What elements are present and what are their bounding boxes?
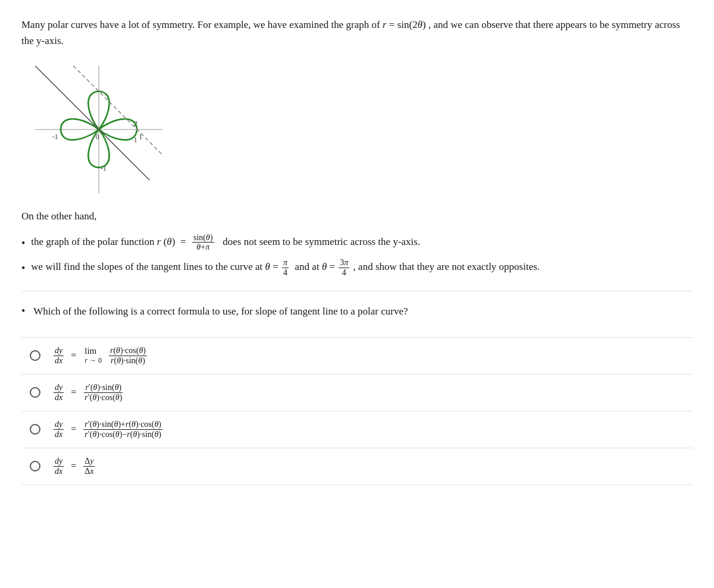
- dy-dx-3: dy dx: [54, 420, 64, 439]
- intro-equation: r = sin(2θ): [383, 19, 426, 30]
- lim-subscript: r → 0: [84, 356, 102, 365]
- svg-text:-1: -1: [52, 133, 58, 141]
- intro-paragraph: Many polar curves have a lot of symmetry…: [21, 17, 693, 49]
- sin-theta-fraction: sin(θ) θ+π: [192, 233, 214, 252]
- options-list: dy dx = lim r → 0 r(θ)·cos(θ) r(θ)·sin(θ…: [21, 337, 693, 485]
- option-item-1: dy dx = lim r → 0 r(θ)·cos(θ) r(θ)·sin(θ…: [21, 337, 693, 374]
- bullet-item-2: • we will find the slopes of the tangent…: [21, 258, 693, 278]
- option-4-formula: dy dx = Δy Δx: [52, 457, 96, 476]
- option-2-fraction: r′(θ)·sin(θ) r′(θ)·cos(θ): [83, 383, 123, 403]
- bullet-1-content: the graph of the polar function r (θ) = …: [31, 233, 420, 252]
- option-3-formula: dy dx = r′(θ)·sin(θ)+r(θ)·cos(θ) r′(θ)·c…: [52, 420, 164, 439]
- which-bullet-dot: •: [21, 305, 25, 317]
- option-3-fraction: r′(θ)·sin(θ)+r(θ)·cos(θ) r′(θ)·cos(θ)−r(…: [83, 420, 162, 439]
- 3pi-over-4: 3π 4: [339, 258, 349, 277]
- option-2-formula: dy dx = r′(θ)·sin(θ) r′(θ)·cos(θ): [52, 383, 124, 403]
- option-item-3: dy dx = r′(θ)·sin(θ)+r(θ)·cos(θ) r′(θ)·c…: [21, 411, 693, 448]
- option-item-4: dy dx = Δy Δx: [21, 448, 693, 485]
- lim-fraction: r(θ)·cos(θ) r(θ)·sin(θ): [109, 346, 147, 366]
- polar-graph-svg: 2 1 -1 0 1 -1: [27, 59, 170, 196]
- lim-word: lim: [84, 346, 96, 356]
- bullet-dot-2: •: [21, 259, 25, 278]
- r-theta-notation: r: [157, 235, 161, 247]
- lim-block: lim r → 0: [84, 346, 102, 365]
- option-1-formula: dy dx = lim r → 0 r(θ)·cos(θ) r(θ)·sin(θ…: [52, 346, 148, 366]
- radio-option-1[interactable]: [30, 350, 40, 361]
- svg-line-12: [73, 66, 162, 155]
- bullet-2-content: we will find the slopes of the tangent l…: [31, 258, 540, 277]
- bullet-list: • the graph of the polar function r (θ) …: [21, 233, 693, 278]
- option-4-fraction: Δy Δx: [83, 457, 95, 476]
- bullet-item-1: • the graph of the polar function r (θ) …: [21, 233, 693, 253]
- dy-dx-4: dy dx: [54, 457, 64, 476]
- polar-graph-container: 2 1 -1 0 1 -1: [27, 59, 170, 196]
- on-other-hand-text: On the other hand,: [21, 208, 693, 224]
- dy-dx-1: dy dx: [54, 346, 64, 366]
- pi-over-4: π 4: [282, 258, 289, 277]
- which-question-block: • Which of the following is a correct fo…: [21, 291, 693, 320]
- dy-dx-2: dy dx: [54, 383, 64, 403]
- intro-text-before: Many polar curves have a lot of symmetry…: [21, 19, 383, 30]
- which-question-text: Which of the following is a correct form…: [33, 306, 408, 317]
- bullet-dot-1: •: [21, 234, 25, 253]
- radio-option-2[interactable]: [30, 387, 40, 398]
- svg-line-13: [35, 66, 150, 181]
- option-item-2: dy dx = r′(θ)·sin(θ) r′(θ)·cos(θ): [21, 374, 693, 411]
- radio-option-3[interactable]: [30, 424, 40, 435]
- radio-option-4[interactable]: [30, 461, 40, 471]
